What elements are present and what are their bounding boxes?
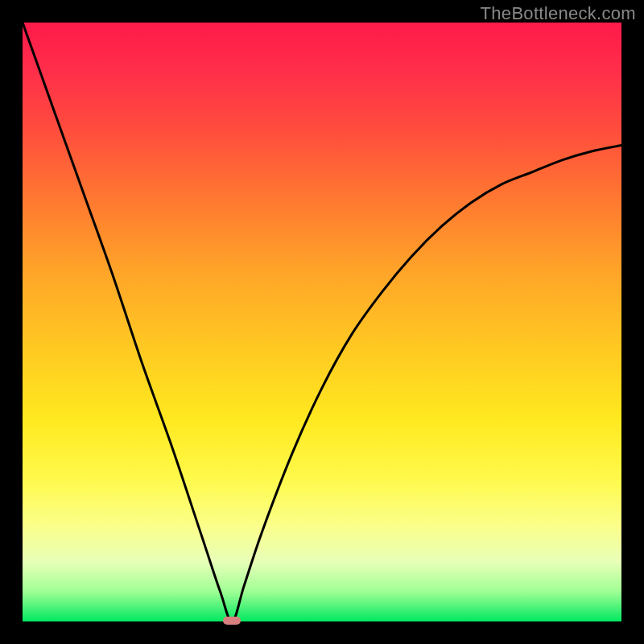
- chart-plot-area: [23, 23, 621, 621]
- watermark-text: TheBottleneck.com: [481, 3, 636, 24]
- minimum-marker: [223, 617, 241, 625]
- chart-gradient-background: [23, 23, 621, 621]
